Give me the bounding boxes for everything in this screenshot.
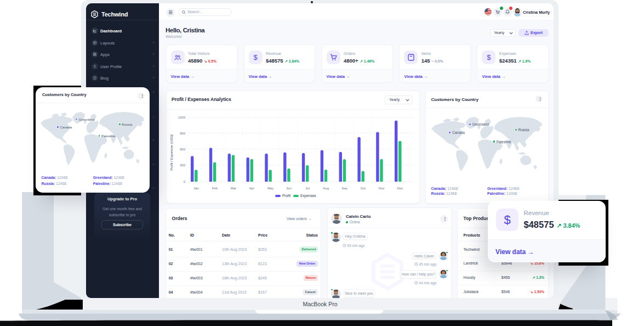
svg-text:900: 900 bbox=[180, 132, 186, 135]
svg-text:May: May bbox=[267, 187, 273, 190]
svg-text:Sep: Sep bbox=[341, 187, 347, 190]
svg-text:Profit / Expenses (USD): Profit / Expenses (USD) bbox=[169, 134, 173, 171]
svg-text:Nov: Nov bbox=[379, 187, 385, 190]
svg-text:Apr: Apr bbox=[249, 187, 254, 190]
svg-text:Dec: Dec bbox=[397, 187, 403, 190]
svg-text:Jan: Jan bbox=[193, 187, 199, 190]
svg-text:0: 0 bbox=[184, 180, 186, 183]
svg-text:Oct: Oct bbox=[361, 187, 366, 190]
svg-text:Mar: Mar bbox=[230, 187, 236, 190]
svg-text:Jul: Jul bbox=[305, 187, 310, 190]
svg-text:Aug: Aug bbox=[323, 187, 329, 190]
svg-text:300: 300 bbox=[180, 164, 186, 167]
svg-text:600: 600 bbox=[180, 148, 186, 151]
svg-text:Jun: Jun bbox=[286, 187, 292, 190]
svg-text:Feb: Feb bbox=[212, 187, 218, 190]
svg-text:1200: 1200 bbox=[178, 116, 186, 119]
